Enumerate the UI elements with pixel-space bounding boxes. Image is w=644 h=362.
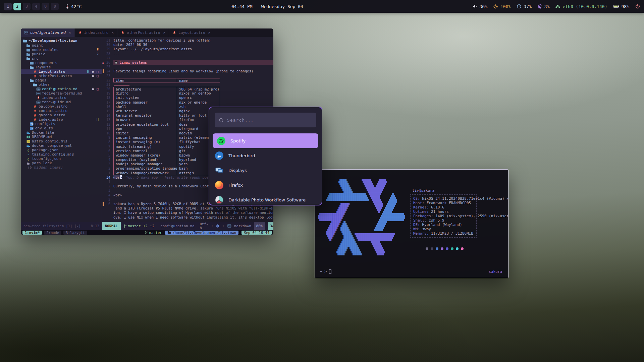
buffer-line: 22itemname [102, 78, 273, 82]
file-pages[interactable]: pages [21, 78, 102, 82]
tmux-window-2-node[interactable]: 2:node [44, 231, 61, 235]
file-fediverse-terms-md[interactable]: fediverse-terms.md [21, 91, 102, 96]
file-config-ts[interactable]: TSconfig.ts [21, 122, 102, 126]
file-configuration-md[interactable]: configuration.md● □ [21, 87, 102, 91]
file-layouts[interactable]: layouts [21, 65, 102, 69]
search-input[interactable] [227, 118, 312, 123]
svg-text:{}: {} [28, 157, 30, 160]
terminal-window[interactable]: ▗▄▄▄ ▗▄▄▄▄ ▄▄▄▖ ▜███▙ ▜███▙ ▟███▛ ▜███▙ … [315, 169, 508, 278]
file-index-astro[interactable]: index.astro [21, 96, 102, 100]
shell-prompt[interactable]: ~ > [320, 269, 331, 274]
tab-otherpost-astro[interactable]: otherPost.astro× [117, 28, 169, 37]
line-text: Favorite things regarding Linux and my w… [113, 69, 273, 73]
file-public[interactable]: public? [21, 52, 102, 56]
file-node-modules[interactable]: node_modulesE [21, 48, 102, 52]
launcher-item-spotify[interactable]: Spotify [213, 133, 318, 148]
git-branch-label: master [128, 224, 141, 228]
tab-layout-astro[interactable]: Layout.astro× [169, 28, 214, 37]
file-astro-config-mjs[interactable]: JSastro.config.mjs [21, 139, 102, 143]
astro-icon [33, 114, 37, 117]
info-value: 6.10.6 [431, 205, 444, 209]
file-tsconfig-json[interactable]: {}tsconfig.json [21, 157, 102, 161]
file-env-d-ts[interactable]: TSenv.d.ts [21, 126, 102, 130]
power-button[interactable] [635, 4, 640, 9]
tmux-window-1-nvim[interactable]: 1:nvim* [22, 231, 42, 235]
launcher-item-firefox[interactable]: Firefox [209, 178, 322, 192]
info-label: DE: [413, 223, 422, 227]
table-cell: browser [113, 118, 177, 122]
close-icon[interactable]: × [208, 31, 211, 35]
launcher-item-thunderbird[interactable]: Thunderbird [209, 148, 322, 163]
module-cpu[interactable]: 3% [538, 4, 550, 9]
module-network[interactable]: eth0 (10.0.0.140) [555, 4, 607, 9]
workspace-8[interactable]: 8 [42, 3, 49, 10]
launcher-item-displays[interactable]: Displays [209, 163, 322, 178]
file-otherpost-astro[interactable]: otherPost.astro● □ [21, 74, 102, 78]
launcher-item-darktable-photo-workflow-software[interactable]: Darktable Photo Workflow Software [209, 192, 322, 205]
table-cell: editor [113, 131, 177, 135]
file-balcony-astro[interactable]: balcony.astro [21, 104, 102, 109]
file-name: yarn.lock [32, 161, 52, 165]
file-tree-root[interactable]: ~/Development/liv.town [21, 38, 102, 43]
sign-column [102, 91, 105, 96]
line-number: 4 [105, 158, 113, 162]
workspace-2[interactable]: 2 [13, 3, 21, 10]
module-network-value: eth0 (10.0.0.140) [562, 4, 607, 9]
file-marker: ? [97, 52, 99, 56]
file-layout-astro[interactable]: Layout.astroH ● □ [21, 69, 102, 74]
buffer-line: 24Favorite things regarding Linux and my… [102, 69, 273, 73]
workspace-3[interactable]: 3 [23, 3, 31, 10]
git-branch: master [123, 224, 141, 228]
workspace-switcher: 123489 [4, 3, 59, 10]
folder-icon [167, 231, 171, 234]
file-tailwind-config-mjs[interactable]: ≈tailwind.config.mjs [21, 152, 102, 157]
sign-column [102, 153, 105, 158]
table-cell: web server [113, 109, 177, 113]
file-dockerfile[interactable]: Dockerfile [21, 130, 102, 135]
file-yarn-lock[interactable]: yarn.lock [21, 161, 102, 165]
thermometer-icon [66, 4, 69, 9]
table-cell: architecture [113, 87, 177, 91]
close-icon[interactable]: × [69, 31, 71, 35]
close-icon[interactable]: × [111, 31, 114, 35]
module-volume[interactable]: 36% [473, 4, 487, 9]
module-brightness[interactable]: 100% [493, 4, 511, 9]
folder-icon [26, 44, 31, 47]
file-tone-guide-md[interactable]: tone-guide.md [21, 100, 102, 104]
file-nginx[interactable]: nginx [21, 43, 102, 48]
workspace-4[interactable]: 4 [32, 3, 40, 10]
clock[interactable]: 04:44 PM Wednesday Sep 04 [231, 0, 303, 13]
astro-icon [36, 96, 41, 100]
file-name: index.astro [39, 117, 63, 122]
file-readme-md[interactable]: README.md [21, 135, 102, 139]
file-other[interactable]: other [21, 82, 102, 87]
file-components[interactable]: components [21, 61, 102, 65]
workspace-1[interactable]: 1 [4, 3, 12, 10]
file-6-hidden-items[interactable]: (6 hidden items) [21, 165, 102, 170]
workspace-9[interactable]: 9 [51, 3, 59, 10]
astro-icon [33, 109, 37, 113]
file-garden-astro[interactable]: garden.astro [21, 113, 102, 117]
module-battery[interactable]: 98% [613, 4, 629, 9]
file-src[interactable]: src [21, 56, 102, 61]
cursor-position: 34:4 [268, 222, 273, 230]
app-launcher: SpotifyThunderbirdDisplaysFirefoxDarktab… [209, 107, 322, 205]
file-name: tsconfig.json [32, 157, 61, 161]
file-contact-astro[interactable]: contact.astro [21, 109, 102, 113]
table-cell: init system [113, 96, 177, 100]
sign-column [102, 65, 105, 69]
file-docker-compose-yml[interactable]: docker-compose.yml [21, 143, 102, 148]
tab-configuration-md[interactable]: configuration.md× [21, 28, 75, 37]
battery-icon [613, 4, 619, 9]
sign-column [102, 56, 105, 60]
table-cell: package manager [113, 100, 177, 105]
tab-index-astro[interactable]: index.astro× [75, 28, 117, 37]
tmux-window-3-lazygit[interactable]: 3:lazygit [63, 231, 87, 235]
file-package-json[interactable]: {}package.json [21, 148, 102, 152]
module-disk[interactable]: 37% [517, 4, 531, 9]
close-icon[interactable]: × [163, 31, 165, 35]
palette-dot-1 [431, 247, 433, 250]
file-index-astro[interactable]: index.astroH [21, 117, 102, 122]
markdown-icon [24, 31, 28, 35]
line-number [105, 206, 113, 210]
